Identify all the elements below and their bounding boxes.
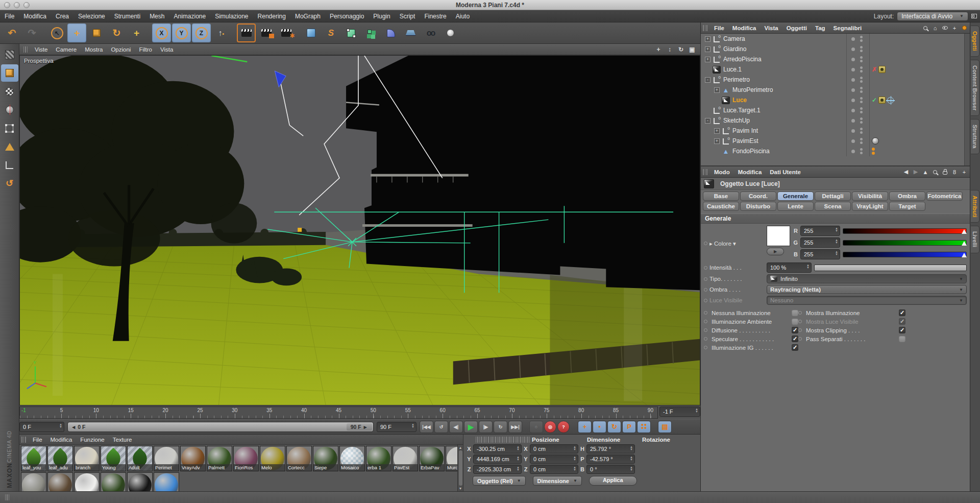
panel-grip[interactable] bbox=[703, 25, 708, 31]
visibility-dots[interactable] bbox=[846, 85, 870, 95]
camera-button[interactable]: oo bbox=[421, 23, 440, 42]
lock-x-axis-button[interactable]: X bbox=[152, 23, 171, 42]
menu-personaggio[interactable]: Personaggio bbox=[325, 10, 369, 22]
dot[interactable] bbox=[860, 77, 863, 79]
attribute-menu-modifica[interactable]: Modifica bbox=[734, 169, 766, 175]
enabled-mark-icon[interactable]: ✓ bbox=[872, 97, 877, 104]
object-row-perimetro[interactable]: -Perimetro bbox=[701, 75, 970, 85]
visibility-dots[interactable] bbox=[846, 64, 870, 75]
next-frame-button[interactable]: |▶ bbox=[479, 421, 493, 433]
record-keyframe-button[interactable]: ◎ bbox=[544, 421, 556, 433]
object-row-giardino[interactable]: +Giardino bbox=[701, 44, 970, 54]
spinner-icon[interactable]: ▲▼ bbox=[517, 446, 520, 451]
editor-render-dots[interactable] bbox=[860, 87, 863, 93]
menu-aiuto[interactable]: Aiuto bbox=[451, 10, 474, 22]
layer-dot[interactable] bbox=[851, 37, 855, 41]
axis-mode-button[interactable]: ↺ bbox=[1, 175, 18, 192]
menu-selezione[interactable]: Selezione bbox=[74, 10, 110, 22]
visibility-dots[interactable] bbox=[846, 146, 870, 156]
light-button[interactable] bbox=[441, 23, 460, 42]
object-row-camera[interactable]: +Camera bbox=[701, 34, 970, 44]
channel-slider-b[interactable] bbox=[843, 252, 967, 257]
menu-mesh[interactable]: Mesh bbox=[145, 10, 169, 22]
menu-file[interactable]: File bbox=[0, 10, 19, 22]
spinner-icon[interactable]: ▲▼ bbox=[695, 408, 698, 413]
object-row-luce-1[interactable]: +Luce.1✗ bbox=[701, 64, 970, 75]
record-position-toggle[interactable]: + bbox=[578, 421, 592, 433]
polygons-mode-button[interactable] bbox=[1, 138, 18, 155]
side-tab-oggetti[interactable]: Oggetti bbox=[971, 26, 979, 57]
tab-ombra[interactable]: Ombra bbox=[889, 191, 925, 201]
autokey-button[interactable]: ? bbox=[557, 421, 570, 433]
pan-view-icon[interactable]: + bbox=[654, 46, 663, 53]
intensity-field[interactable]: 100 %▲▼ bbox=[767, 262, 812, 273]
panel-grip[interactable] bbox=[476, 437, 531, 443]
visibility-dots[interactable] bbox=[846, 126, 870, 136]
make-editable-button[interactable] bbox=[1, 46, 18, 63]
dot[interactable] bbox=[860, 117, 863, 120]
expand-color-button[interactable]: ▶ bbox=[767, 248, 784, 255]
model-mode-button[interactable] bbox=[1, 64, 18, 82]
timeline-end-field[interactable]: -1 F ▲▼ bbox=[659, 406, 700, 417]
timeline-slider[interactable]: ◄ 0 F 90 F ► bbox=[67, 422, 374, 432]
panel-grip[interactable] bbox=[703, 169, 708, 175]
editor-render-dots[interactable] bbox=[860, 56, 863, 62]
animation-dot-icon[interactable] bbox=[704, 346, 707, 349]
menu-rendering[interactable]: Rendering bbox=[253, 10, 290, 22]
texture-tag-icon[interactable] bbox=[872, 137, 879, 145]
parent-object-icon[interactable]: ▲ bbox=[922, 169, 929, 176]
floor-sky-button[interactable] bbox=[401, 23, 420, 42]
material-Young[interactable]: Young bbox=[101, 446, 126, 471]
channel-slider-g[interactable] bbox=[843, 240, 967, 246]
animation-dot-icon[interactable] bbox=[798, 337, 802, 341]
dot[interactable] bbox=[860, 87, 863, 89]
slider-handle[interactable] bbox=[962, 253, 967, 257]
animation-dot-icon[interactable] bbox=[704, 311, 707, 315]
search-icon[interactable] bbox=[922, 25, 929, 32]
window-layout-icon[interactable] bbox=[971, 14, 977, 18]
material-scrollbar[interactable]: ▲ ▼ bbox=[457, 445, 463, 491]
coord-field-z-1[interactable]: 0 cm▲▼ bbox=[530, 465, 578, 474]
slider-handle[interactable] bbox=[962, 229, 967, 234]
tab-disturbo[interactable]: Disturbo bbox=[740, 202, 776, 211]
lock-icon[interactable] bbox=[941, 169, 948, 176]
material-Mosaico[interactable]: Mosaico bbox=[339, 446, 365, 471]
coord-field-y-1[interactable]: 0 cm▲▼ bbox=[530, 454, 578, 464]
keyframe-selection-button[interactable]: ▤ bbox=[658, 421, 672, 433]
render-settings-button[interactable]: ✱ bbox=[277, 23, 296, 42]
dropdown-ombra[interactable]: Raytracing (Netta)▼ bbox=[767, 285, 967, 294]
side-tab-attributi[interactable]: Attributi bbox=[971, 190, 979, 223]
panel-grip[interactable] bbox=[23, 46, 29, 53]
channel-field-b[interactable]: 255▲▼ bbox=[800, 249, 840, 259]
dot[interactable] bbox=[860, 46, 863, 49]
search-icon[interactable] bbox=[932, 169, 939, 176]
attribute-menu-modo[interactable]: Modo bbox=[710, 169, 734, 175]
expander-icon[interactable]: - bbox=[705, 118, 710, 124]
material-FioriRos[interactable]: FioriRos bbox=[233, 446, 259, 471]
editor-render-dots[interactable] bbox=[860, 148, 863, 154]
track-mode-icon[interactable]: 8 bbox=[951, 169, 958, 176]
subdivision-surface-button[interactable] bbox=[341, 23, 360, 42]
tab-dettagli[interactable]: Dettagli bbox=[815, 191, 851, 201]
checkbox[interactable]: ✓ bbox=[792, 344, 798, 351]
editor-render-dots[interactable] bbox=[860, 46, 863, 52]
layer-dot[interactable] bbox=[851, 68, 855, 71]
slider-start-handle[interactable]: ◄ 0 F bbox=[71, 424, 85, 430]
expander-icon[interactable]: + bbox=[705, 46, 710, 52]
coord-field-y-0[interactable]: 4448.169 cm▲▼ bbox=[473, 454, 522, 464]
layer-dot[interactable] bbox=[851, 88, 855, 92]
expander-icon[interactable]: + bbox=[705, 57, 710, 62]
play-button[interactable]: ▶ bbox=[464, 421, 478, 433]
object-row-luce[interactable]: +Luce✓ bbox=[701, 95, 970, 105]
tab-target[interactable]: Target bbox=[889, 202, 925, 211]
menu-modifica[interactable]: Modifica bbox=[19, 10, 51, 22]
object-tree-scrollbar[interactable] bbox=[964, 34, 970, 165]
dot[interactable] bbox=[860, 101, 863, 103]
menu-animazione[interactable]: Animazione bbox=[169, 10, 210, 22]
light-tag-icon[interactable] bbox=[878, 97, 886, 104]
record-point-level-toggle[interactable] bbox=[637, 421, 651, 433]
material-leaf_you[interactable]: leaf_you bbox=[21, 446, 46, 471]
attribute-menu-dati-utente[interactable]: Dati Utente bbox=[766, 169, 805, 175]
visibility-dots[interactable] bbox=[846, 136, 870, 146]
editor-render-dots[interactable] bbox=[860, 117, 863, 124]
